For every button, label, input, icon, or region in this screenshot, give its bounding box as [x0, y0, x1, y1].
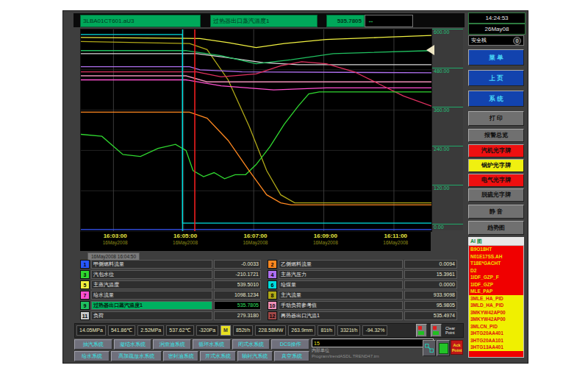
- nav-open-water-button[interactable]: 开式水系统: [200, 351, 235, 361]
- legend-row[interactable]: 4 主蒸汽压力 15.3961: [268, 270, 457, 279]
- legend-color-chip: 9: [80, 301, 90, 310]
- y-scale-label: 120.00: [432, 185, 463, 191]
- nav-circ-water-button[interactable]: 循环水系统: [193, 339, 231, 350]
- alarm-item[interactable]: MLE_PAP: [469, 288, 523, 295]
- tag-id-box[interactable]: 3LBA01CT601.aU3: [80, 15, 201, 27]
- nav-hp-heater-drain-button[interactable]: 高加疏放水系统: [111, 351, 162, 361]
- boiler-annunciator-button[interactable]: 锅炉光字牌: [468, 159, 524, 172]
- legend-row[interactable]: 7 给水流量 1098.1234: [80, 291, 261, 300]
- info-label: 内部单位: [312, 348, 329, 353]
- scale-pointer-icon[interactable]: [426, 45, 434, 55]
- alarm-item[interactable]: N01E17SS.AH: [469, 253, 523, 261]
- alarm-item[interactable]: 1IDF_GZP: [469, 281, 523, 289]
- legend-row[interactable]: 6 给煤量 0.0000: [268, 280, 457, 289]
- alarm-item[interactable]: 3MKYW42AP00: [469, 309, 523, 316]
- fgd-annunciator-button[interactable]: 脱硫光字牌: [468, 188, 524, 202]
- legend-row[interactable]: 10 手动负荷参考值 95.9805: [268, 301, 457, 310]
- alarm-item[interactable]: T18E*GACHT: [469, 260, 523, 267]
- trend-scroll-left-button[interactable]: [416, 324, 427, 337]
- menu-button[interactable]: 菜 单: [468, 49, 524, 66]
- nav-feedwater-button[interactable]: 给水系统: [74, 351, 110, 361]
- tick-date: 16May2008: [150, 240, 220, 246]
- legend-color-chip: 10: [268, 301, 277, 310]
- legend-row[interactable]: 3 汽包水位 -210.1721: [80, 270, 261, 279]
- clock-time: 14:24:53: [468, 13, 526, 24]
- legend-row[interactable]: 5 主蒸汽温度 539.5010: [80, 280, 261, 289]
- alarm-item[interactable]: 3HTG20AA401: [469, 330, 523, 337]
- status-value: 2.52MPa: [137, 325, 164, 336]
- legend-color-chip: 6: [268, 280, 277, 289]
- legend-value: 0.0094: [404, 260, 457, 269]
- clear-point-label[interactable]: Clear Point: [445, 326, 462, 335]
- legend-color-chip: 8: [268, 291, 277, 300]
- legend-color-chip: 4: [268, 270, 277, 279]
- nav-vacuum-button[interactable]: 真空系统: [274, 351, 309, 361]
- legend-value: 539.5010: [214, 280, 261, 289]
- alarm-item[interactable]: 3MLD_HA_PID: [469, 302, 523, 309]
- legend-color-chip: 1: [80, 260, 90, 269]
- prev-page-button[interactable]: 上 页: [468, 70, 524, 86]
- legend-label: 给煤量: [279, 280, 403, 289]
- legend-row[interactable]: 11 负荷 279.3180: [80, 311, 261, 320]
- tick-date: 16May2008: [290, 240, 360, 246]
- electric-annunciator-button[interactable]: 电气光字牌: [468, 174, 524, 187]
- security-level-box[interactable]: 安全栈 0: [468, 35, 524, 46]
- cursor-mode-box[interactable]: ↔: [365, 15, 413, 27]
- nav-extraction-steam-button[interactable]: 抽汽系统: [74, 339, 112, 350]
- alarm-overview-button[interactable]: 报警总览: [468, 129, 524, 142]
- status-value: 3321t/h: [337, 325, 360, 336]
- trend-curves: [81, 29, 431, 231]
- tick-time: 16:03:00: [80, 232, 150, 240]
- alarm-group-yellow: 3MLE_HA_PID3MLD_HA_PID3MKYW42AP003MKYW42…: [469, 295, 523, 351]
- alarm-item[interactable]: 3HTG13AA401: [469, 344, 523, 351]
- status-value: 81t/h: [318, 325, 335, 336]
- red-indicator-icon: [433, 326, 437, 330]
- alarm-item[interactable]: 1IDF_GZP_F: [469, 274, 523, 281]
- command-input[interactable]: [312, 339, 434, 347]
- trend-file-path: Program/trendASDL.TREND47.trn: [312, 354, 379, 359]
- legend-row-selected[interactable]: 9 过热器出口蒸汽温度1 535.7805: [80, 301, 261, 310]
- print-button[interactable]: 打 印: [468, 111, 524, 126]
- nav-condensate-button[interactable]: 凝结水系统: [114, 339, 152, 350]
- nav-seal-oil-button[interactable]: 密封油系统: [163, 351, 198, 361]
- link-button[interactable]: [423, 340, 436, 356]
- alarm-item[interactable]: 3MLE_HA_PID: [469, 295, 523, 302]
- legend-label: 再热器出口汽温1: [279, 311, 403, 320]
- alarm-item[interactable]: 3MLCN_PID: [469, 323, 523, 330]
- nav-dcs-ops-button[interactable]: DCS操作: [271, 339, 309, 350]
- alarm-item[interactable]: B9O18HT: [469, 246, 523, 253]
- legend-value: 535.4974: [404, 311, 457, 320]
- trend-scroll-right-button[interactable]: [431, 324, 442, 337]
- legend-row[interactable]: 8 主汽流量 933.9098: [268, 291, 457, 300]
- turbine-annunciator-button[interactable]: 汽机光字牌: [468, 144, 524, 158]
- alarm-list: B9O18HTN01E17SS.AHT18E*GACHTD21IDF_GZP_F…: [468, 245, 524, 358]
- system-button[interactable]: 系 统: [468, 91, 524, 107]
- trend-plot[interactable]: [80, 29, 432, 232]
- alarm-list-header: AI 图: [468, 237, 524, 245]
- legend-row[interactable]: 12 再热器出口汽温1 535.4974: [268, 311, 457, 320]
- mode-badge[interactable]: M: [220, 325, 231, 336]
- legend-color-chip: 11: [80, 311, 90, 320]
- alarm-item[interactable]: 3HTG20AA101: [469, 337, 523, 344]
- nav-gland-steam-button[interactable]: 轴封汽系统: [237, 351, 273, 361]
- security-label: 安全栈: [471, 35, 487, 46]
- x-axis-tick: 16:11:00 16May2008: [361, 232, 431, 251]
- nav-closed-water-button[interactable]: 闭式水系统: [232, 339, 270, 350]
- tick-date: 16May2008: [220, 240, 290, 246]
- nav-lube-oil-button[interactable]: 润滑油系统: [153, 339, 191, 350]
- alarm-item[interactable]: D2: [469, 267, 523, 275]
- legend-label: 过热器出口蒸汽温度1: [91, 301, 212, 310]
- x-axis-tick: 16:09:00 16May2008: [290, 232, 360, 251]
- green-indicator-icon: [433, 331, 439, 335]
- ack-point-button[interactable]: Ack Point: [451, 340, 463, 355]
- trend-page-button[interactable]: 趋势图: [468, 221, 524, 235]
- tag-name-box[interactable]: 过热器出口蒸汽温度1: [210, 15, 318, 27]
- legend-row[interactable]: 2 乙侧燃料流量 0.0094: [268, 260, 457, 269]
- status-value: 537.62℃: [166, 325, 193, 336]
- screen-button[interactable]: [437, 340, 450, 356]
- nav-row-2: 给水系统 高加疏放水系统 密封油系统 开式水系统 轴封汽系统 真空系统: [74, 351, 309, 361]
- y-scale-label: 0.00: [432, 224, 463, 230]
- legend-row[interactable]: 1 甲侧燃料流量 -0.0033: [80, 260, 261, 269]
- mute-button[interactable]: 静 音: [468, 205, 524, 219]
- alarm-item[interactable]: 3MKYW42AP00: [469, 316, 523, 323]
